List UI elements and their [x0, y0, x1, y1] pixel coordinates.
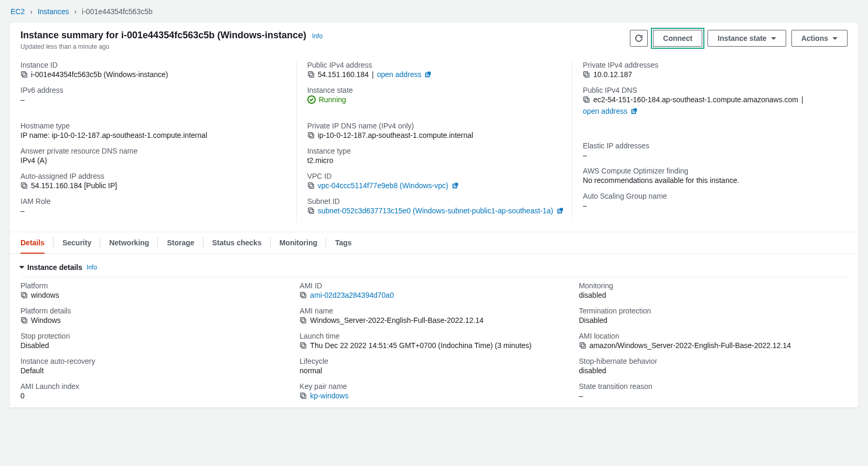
- vpc-link[interactable]: vpc-04ccc5114f77e9eb8 (Windows-vpc): [318, 181, 448, 190]
- label-ipv6: IPv6 address: [20, 86, 296, 94]
- copy-icon[interactable]: [20, 291, 28, 299]
- info-link[interactable]: Info: [87, 264, 97, 271]
- value-public-ipv4: 54.151.160.184: [318, 70, 369, 79]
- tab-status-checks[interactable]: Status checks: [212, 232, 262, 253]
- label-optimizer: AWS Compute Optimizer finding: [583, 167, 848, 175]
- tab-storage[interactable]: Storage: [167, 232, 194, 253]
- label-instance-id: Instance ID: [20, 61, 296, 69]
- external-link-icon[interactable]: [452, 182, 459, 189]
- copy-icon[interactable]: [299, 317, 307, 324]
- copy-icon[interactable]: [307, 71, 315, 78]
- value-auto-ip: 54.151.160.184 [Public IP]: [31, 181, 117, 190]
- label-eip: Elastic IP addresses: [583, 142, 848, 150]
- check-circle-icon: [307, 95, 316, 104]
- copy-icon[interactable]: [299, 342, 307, 349]
- label-keypair: Key pair name: [299, 382, 568, 391]
- copy-icon[interactable]: [20, 182, 28, 189]
- value-term-protect: Disabled: [579, 316, 848, 324]
- value-answer-dns: IPv4 (A): [20, 156, 296, 165]
- label-auto-recovery: Instance auto-recovery: [20, 357, 289, 365]
- label-auto-ip: Auto-assigned IP address: [20, 172, 296, 180]
- copy-icon[interactable]: [307, 207, 315, 214]
- breadcrumb: EC2 › Instances › i-001e44354fc563c5b: [10, 7, 859, 16]
- tab-monitoring[interactable]: Monitoring: [280, 232, 317, 253]
- instance-state-button[interactable]: Instance state: [708, 30, 786, 47]
- copy-icon[interactable]: [299, 291, 307, 299]
- actions-button[interactable]: Actions: [791, 30, 848, 47]
- label-platform-details: Platform details: [20, 307, 289, 315]
- tab-tags[interactable]: Tags: [335, 232, 352, 253]
- ami-id-link[interactable]: ami-02d23a284394d70a0: [310, 291, 394, 299]
- open-address-link[interactable]: open address: [377, 70, 422, 79]
- subnet-link[interactable]: subnet-052c3d637713c15e0 (Windows-subnet…: [318, 207, 553, 215]
- label-answer-dns: Answer private resource DNS name: [20, 147, 296, 155]
- tab-details[interactable]: Details: [20, 232, 45, 253]
- label-ami-name: AMI name: [299, 307, 568, 315]
- label-launch-time: Launch time: [299, 332, 568, 340]
- chevron-right-icon: ›: [30, 7, 33, 16]
- label-lifecycle: Lifecycle: [299, 357, 568, 365]
- label-monitoring: Monitoring: [579, 281, 848, 290]
- value-platform-details: Windows: [31, 316, 61, 324]
- value-eip: –: [583, 151, 848, 159]
- label-private-ipv4: Private IPv4 addresses: [583, 61, 848, 69]
- value-hostname-type: IP name: ip-10-0-12-187.ap-southeast-1.c…: [20, 131, 296, 139]
- copy-icon[interactable]: [20, 71, 28, 78]
- value-instance-type: t2.micro: [307, 156, 572, 165]
- value-instance-id: i-001e44354fc563c5b (Windows-instance): [31, 70, 168, 79]
- copy-icon[interactable]: [307, 132, 315, 139]
- value-public-dns: ec2-54-151-160-184.ap-southeast-1.comput…: [593, 95, 798, 104]
- summary-col-2: Public IPv4 address 54.151.160.184 | ope…: [296, 61, 572, 222]
- instance-summary-panel: Instance summary for i-001e44354fc563c5b…: [9, 22, 859, 408]
- breadcrumb-ec2[interactable]: EC2: [10, 7, 25, 16]
- value-ami-launch-index: 0: [20, 392, 289, 400]
- details-col-1: Platform windows Platform details Window…: [20, 281, 289, 407]
- copy-icon[interactable]: [20, 317, 28, 324]
- copy-icon[interactable]: [583, 96, 590, 103]
- value-priv-dns: ip-10-0-12-187.ap-southeast-1.compute.in…: [318, 131, 474, 139]
- external-link-icon[interactable]: [424, 71, 432, 78]
- value-iam-role: –: [20, 207, 296, 215]
- value-state-reason: –: [579, 392, 848, 400]
- connect-button[interactable]: Connect: [653, 30, 702, 47]
- label-ami-id: AMI ID: [299, 281, 568, 290]
- label-stop-protection: Stop protection: [20, 332, 289, 340]
- updated-subtitle: Updated less than a minute ago: [20, 43, 323, 50]
- summary-col-1: Instance ID i-001e44354fc563c5b (Windows…: [20, 61, 296, 222]
- details-col-2: AMI ID ami-02d23a284394d70a0 AMI name Wi…: [299, 281, 568, 407]
- label-ami-launch-index: AMI Launch index: [20, 382, 289, 391]
- tabs: Details Security Networking Storage Stat…: [10, 232, 858, 254]
- external-link-icon[interactable]: [630, 107, 638, 115]
- value-monitoring: disabled: [579, 291, 848, 299]
- value-private-ipv4: 10.0.12.187: [593, 70, 632, 79]
- value-ami-location: amazon/Windows_Server-2022-English-Full-…: [590, 341, 791, 350]
- copy-icon[interactable]: [307, 182, 315, 189]
- copy-icon[interactable]: [579, 342, 586, 349]
- label-ami-location: AMI location: [579, 332, 848, 340]
- caret-down-icon: [832, 37, 838, 40]
- status-badge-running: Running: [307, 95, 346, 104]
- label-iam-role: IAM Role: [20, 197, 296, 205]
- label-instance-type: Instance type: [307, 147, 572, 155]
- label-stop-hibernate: Stop-hibernate behavior: [579, 357, 848, 365]
- keypair-link[interactable]: kp-windows: [310, 392, 348, 400]
- open-address-link[interactable]: open address: [583, 107, 627, 115]
- label-subnet-id: Subnet ID: [307, 197, 572, 205]
- caret-down-icon: [771, 37, 776, 40]
- external-link-icon[interactable]: [556, 207, 564, 214]
- label-hostname-type: Hostname type: [20, 122, 296, 130]
- copy-icon[interactable]: [583, 71, 590, 78]
- label-platform: Platform: [20, 281, 289, 290]
- refresh-button[interactable]: [630, 30, 648, 47]
- section-instance-details[interactable]: Instance details Info: [20, 263, 848, 272]
- copy-icon[interactable]: [299, 392, 307, 399]
- value-stop-protection: Disabled: [20, 341, 289, 350]
- label-public-ipv4: Public IPv4 address: [307, 61, 572, 69]
- info-link[interactable]: Info: [312, 32, 323, 40]
- tab-security[interactable]: Security: [62, 232, 91, 253]
- refresh-icon: [635, 34, 643, 42]
- label-term-protect: Termination protection: [579, 307, 848, 315]
- breadcrumb-instances[interactable]: Instances: [38, 7, 69, 16]
- tab-networking[interactable]: Networking: [109, 232, 149, 253]
- value-ami-name: Windows_Server-2022-English-Full-Base-20…: [310, 316, 484, 324]
